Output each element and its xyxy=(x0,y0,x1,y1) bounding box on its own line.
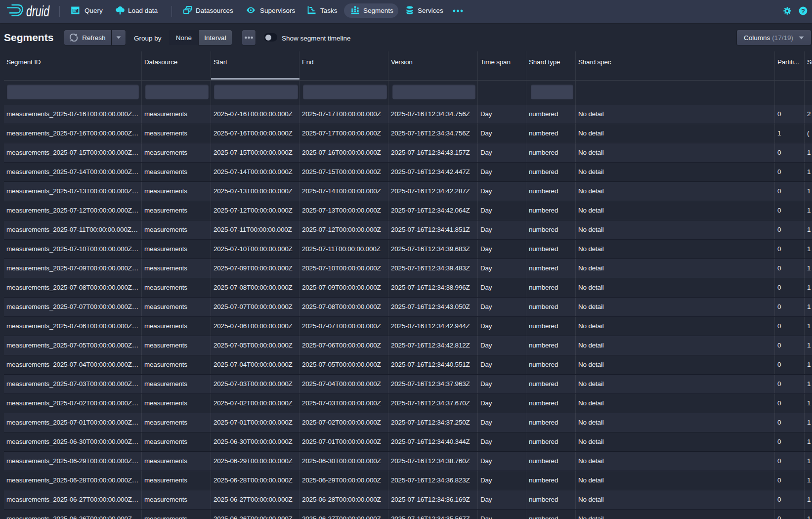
svg-text:?: ? xyxy=(801,7,805,15)
